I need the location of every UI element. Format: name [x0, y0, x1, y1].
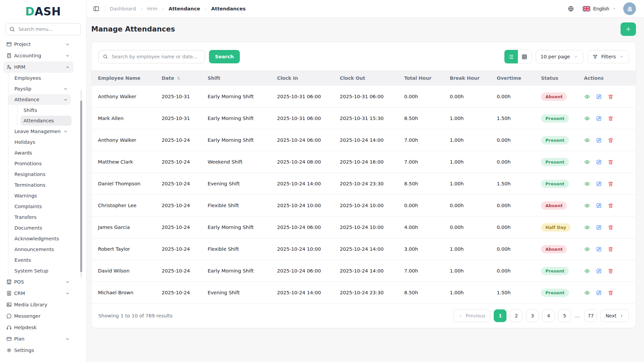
sidebar-item-project[interactable]: Project — [3, 39, 73, 50]
cell-date: 2025-10-24 — [155, 151, 201, 173]
delete-button[interactable] — [607, 137, 614, 143]
sidebar-item-hrm[interactable]: HRM — [3, 61, 73, 73]
table-search-input[interactable] — [111, 54, 201, 60]
table-footer: Showing 1 to 10 of 769 results Previous1… — [92, 304, 636, 328]
delete-button[interactable] — [607, 268, 614, 274]
sidebar-item-holidays[interactable]: Holidays — [8, 137, 71, 147]
sidebar-item-acknowledgments[interactable]: Acknowledgments — [8, 233, 71, 244]
search-button[interactable]: Search — [209, 50, 240, 63]
sidebar-item-documents[interactable]: Documents — [8, 223, 71, 233]
view-button[interactable] — [584, 268, 590, 274]
sidebar-item-system-setup[interactable]: System Setup — [8, 265, 71, 276]
sidebar-scrollbar-thumb[interactable] — [80, 101, 82, 272]
sidebar-item-complaints[interactable]: Complaints — [8, 201, 71, 212]
edit-button[interactable] — [596, 246, 602, 252]
globe-button[interactable] — [566, 4, 576, 14]
breadcrumb-item-attendances[interactable]: Attendances — [211, 6, 246, 11]
col-date[interactable]: Date — [155, 70, 201, 86]
grid-view-icon — [521, 54, 528, 60]
page-button-1[interactable]: 1 — [494, 309, 506, 322]
sidebar-item-employees[interactable]: Employees — [8, 73, 71, 83]
menu-search-box[interactable] — [5, 23, 81, 35]
sidebar-item-attendances[interactable]: Attendances — [20, 116, 71, 126]
cell-clock-out: 2025-10-24 10:00 — [333, 195, 398, 217]
table-search-box[interactable] — [98, 50, 205, 63]
sidebar-submenu: ShiftsAttendances — [17, 105, 81, 126]
edit-button[interactable] — [596, 290, 602, 296]
delete-button[interactable] — [607, 202, 614, 209]
accounting-icon — [6, 53, 12, 59]
edit-button[interactable] — [596, 268, 602, 274]
cell-actions — [578, 129, 636, 151]
delete-button[interactable] — [607, 115, 614, 122]
sidebar-item-transfers[interactable]: Transfers — [8, 212, 71, 223]
sidebar-toggle-button[interactable] — [91, 4, 101, 14]
page-button-3[interactable]: 3 — [526, 309, 539, 322]
delete-button[interactable] — [607, 94, 614, 100]
view-button[interactable] — [584, 115, 590, 122]
page-button-2[interactable]: 2 — [510, 309, 523, 322]
sidebar-item-leave-management[interactable]: Leave Management — [8, 126, 71, 137]
cell-date: 2025-10-24 — [155, 129, 201, 151]
view-button[interactable] — [584, 137, 590, 143]
per-page-select[interactable]: 10 per page — [536, 50, 583, 63]
menu-search-input[interactable] — [18, 26, 77, 32]
delete-button[interactable] — [607, 246, 614, 252]
sidebar-item-payslip[interactable]: Payslip — [8, 83, 71, 94]
edit-button[interactable] — [596, 224, 602, 231]
sidebar-item-terminations[interactable]: Terminations — [8, 180, 71, 190]
sidebar-item-promotions[interactable]: Promotions — [8, 158, 71, 169]
sidebar-item-accounting[interactable]: Accounting — [3, 50, 73, 61]
list-view-button[interactable] — [504, 50, 518, 63]
next-page-button[interactable]: Next — [600, 309, 629, 322]
language-switcher[interactable]: English — [581, 6, 619, 12]
page-button-4[interactable]: 4 — [542, 309, 555, 322]
view-button[interactable] — [584, 290, 590, 296]
sidebar-item-shifts[interactable]: Shifts — [20, 105, 71, 115]
edit-button[interactable] — [596, 94, 602, 100]
chevron-down-icon — [619, 54, 624, 59]
sidebar-item-announcements[interactable]: Announcements — [8, 244, 71, 255]
delete-button[interactable] — [607, 159, 614, 165]
view-button[interactable] — [584, 94, 590, 100]
avatar[interactable] — [623, 2, 636, 15]
sidebar-item-warnings[interactable]: Warnings — [8, 190, 71, 201]
delete-button[interactable] — [607, 224, 614, 231]
filters-label: Filters — [601, 54, 616, 59]
cell-shift: Weekend Shift — [201, 151, 271, 173]
page-button-5[interactable]: 5 — [558, 309, 571, 322]
view-button[interactable] — [584, 224, 590, 231]
sidebar-item-media-library[interactable]: Media Library — [3, 299, 73, 310]
sidebar-item-messenger[interactable]: Messenger — [3, 310, 73, 322]
view-button[interactable] — [584, 181, 590, 187]
sidebar-item-pos[interactable]: POS — [3, 276, 73, 288]
grid-view-button[interactable] — [518, 50, 531, 63]
sidebar-item-helpdesk[interactable]: Helpdesk — [3, 322, 73, 333]
edit-button[interactable] — [596, 159, 602, 165]
table-header-row: Employee NameDateShiftClock InClock OutT… — [92, 70, 636, 86]
filters-button[interactable]: Filters — [587, 50, 629, 63]
sidebar-item-plan[interactable]: Plan — [3, 333, 73, 345]
delete-button[interactable] — [607, 181, 614, 187]
cell-name: Mark Allen — [92, 108, 155, 129]
edit-button[interactable] — [596, 181, 602, 187]
sidebar-item-settings[interactable]: Settings — [3, 345, 73, 356]
edit-button[interactable] — [596, 137, 602, 143]
edit-button[interactable] — [596, 202, 602, 209]
add-attendance-button[interactable] — [621, 22, 636, 36]
breadcrumb-item-hrm[interactable]: Hrm — [147, 6, 158, 11]
breadcrumb-item-attendance[interactable]: Attendance — [168, 6, 200, 11]
view-button[interactable] — [584, 159, 590, 165]
sidebar-item-events[interactable]: Events — [8, 255, 71, 265]
sidebar-item-resignations[interactable]: Resignations — [8, 169, 71, 180]
previous-page-button[interactable]: Previous — [453, 309, 490, 322]
delete-button[interactable] — [607, 290, 614, 296]
sidebar-item-crm[interactable]: CRM — [3, 288, 73, 299]
sidebar-item-attedance[interactable]: Attedance — [8, 94, 71, 105]
view-button[interactable] — [584, 246, 590, 252]
sidebar-item-awards[interactable]: Awards — [8, 147, 71, 158]
page-button-77[interactable]: 77 — [584, 309, 597, 322]
view-button[interactable] — [584, 202, 590, 209]
breadcrumb-item-dashboard[interactable]: Dashboard — [110, 6, 136, 11]
edit-button[interactable] — [596, 115, 602, 122]
